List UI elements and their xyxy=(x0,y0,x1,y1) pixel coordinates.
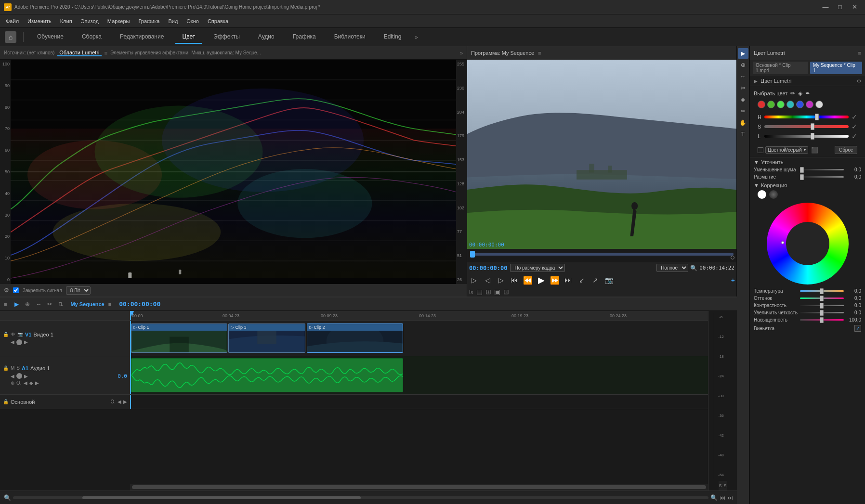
lumetri-color-menu[interactable]: ≡ xyxy=(858,50,861,56)
swatch-magenta[interactable] xyxy=(806,101,813,108)
tab-editing[interactable]: Редактирование xyxy=(113,30,170,44)
a1-keyframe-dot[interactable] xyxy=(16,373,22,379)
pen-select-icon[interactable]: ✒ xyxy=(805,90,810,97)
selection-tool[interactable]: ▶ xyxy=(12,299,21,309)
a1-solo-icon[interactable]: S xyxy=(16,365,20,371)
s-thumb[interactable] xyxy=(811,123,814,130)
white-balance-icon[interactable] xyxy=(758,190,766,199)
refine-title[interactable]: ▼ Уточнить xyxy=(750,157,865,166)
color-wheel-dot[interactable] xyxy=(781,241,784,244)
type-tool-btn[interactable]: T xyxy=(738,129,748,140)
v1-camera-icon[interactable]: 📷 xyxy=(17,332,23,337)
sharpen-slider[interactable] xyxy=(800,312,844,313)
source-tab[interactable]: Источник: (нет клипов) xyxy=(4,50,54,55)
ripple-edit-tool-btn[interactable]: ↔ xyxy=(738,71,748,82)
menu-markers[interactable]: Маркеры xyxy=(104,16,134,26)
contrast-thumb[interactable] xyxy=(820,303,824,309)
toggle-compare-button[interactable]: ▤ xyxy=(476,288,483,296)
swatch-blue[interactable] xyxy=(796,101,804,108)
temp-thumb[interactable] xyxy=(820,288,824,294)
audio-clip-block[interactable] xyxy=(131,358,403,392)
home-button[interactable]: ⌂ xyxy=(5,31,16,43)
menu-help[interactable]: Справка xyxy=(204,16,232,26)
step-forward-button[interactable]: ⏩ xyxy=(550,275,560,285)
lumetri-tab[interactable]: Области Lumetri xyxy=(57,50,101,56)
a1-vol-keyframe[interactable]: ◆ xyxy=(29,380,33,386)
v1-prev-keyframe[interactable]: ◀ xyxy=(11,339,14,345)
step-back-button[interactable]: ⏪ xyxy=(523,275,533,285)
timeline-go-start-btn[interactable]: ⏮ xyxy=(720,494,725,501)
hand-tool-btn[interactable]: ✋ xyxy=(738,117,748,128)
menu-edit[interactable]: Изменить xyxy=(24,16,55,26)
s-slider[interactable] xyxy=(764,125,849,128)
safe-margins-button[interactable]: ⊞ xyxy=(485,288,491,296)
blur-thumb[interactable] xyxy=(800,174,804,180)
sat-thumb[interactable] xyxy=(820,317,824,323)
close-button[interactable]: ✕ xyxy=(848,0,861,14)
vignette-checkbox[interactable]: ✓ xyxy=(854,325,861,332)
master-lock-icon[interactable]: 🔒 xyxy=(3,399,9,404)
timeline-menu-icon[interactable]: ≡ xyxy=(108,301,111,307)
mark-out-button[interactable]: ◁ xyxy=(482,275,493,285)
a1-next-keyframe[interactable]: ▶ xyxy=(24,374,28,379)
tint-thumb[interactable] xyxy=(820,296,824,301)
ripple-edit-tool[interactable]: ↔ xyxy=(34,299,43,309)
a1-mute-icon[interactable]: M xyxy=(11,365,14,371)
menu-file[interactable]: Файл xyxy=(2,16,23,26)
contrast-slider[interactable] xyxy=(800,305,844,306)
tab-graphics[interactable]: Графика xyxy=(286,30,323,44)
clip3-block[interactable]: ▷ Clip 3 xyxy=(228,323,305,353)
bit-select[interactable]: 8 Bit xyxy=(66,286,91,295)
menu-graphics[interactable]: Графика xyxy=(134,16,163,26)
temp-slider[interactable] xyxy=(800,290,844,292)
clip1-block[interactable]: ▷ Clip 1 xyxy=(131,323,227,353)
a1-vol-next[interactable]: ▶ xyxy=(35,380,39,386)
lumetri-expand-icon[interactable]: ▶ xyxy=(754,78,758,84)
razor-tool[interactable]: ✂ xyxy=(45,299,54,309)
clip2-block[interactable]: ▷ Clip 2 xyxy=(307,323,403,353)
correction-title[interactable]: ▼ Коррекция xyxy=(750,181,865,189)
shadow-icon[interactable] xyxy=(769,190,778,199)
timeline-zoom-out-btn[interactable]: 🔍 xyxy=(4,494,11,501)
preview-playhead[interactable] xyxy=(470,251,475,258)
toolbar-more-button[interactable]: » xyxy=(413,32,419,42)
preview-quality-select[interactable]: Полное xyxy=(656,264,688,272)
lock-signal-checkbox[interactable] xyxy=(13,287,19,293)
a1-prev-keyframe[interactable]: ◀ xyxy=(11,374,14,379)
effects-tab[interactable]: Элементы управления эффектами xyxy=(110,50,188,55)
swatch-cyan[interactable] xyxy=(786,101,794,108)
timeline-zoom-in-btn[interactable]: 🔍 xyxy=(710,494,718,501)
overwrite-button[interactable]: ↗ xyxy=(590,275,601,285)
menu-clip[interactable]: Клип xyxy=(56,16,76,26)
swatch-white[interactable] xyxy=(815,101,823,108)
color-gray-settings-icon[interactable]: ⬛ xyxy=(811,147,818,154)
menu-view[interactable]: Вид xyxy=(164,16,182,26)
tint-slider[interactable] xyxy=(800,297,844,299)
settings-icon[interactable]: ⚙ xyxy=(4,287,9,294)
selection-tool-btn[interactable]: ▶ xyxy=(738,48,748,59)
tab-assembly[interactable]: Сборка xyxy=(75,30,108,44)
preview-fit-select[interactable]: По размеру кадра xyxy=(510,264,565,272)
color-gray-select[interactable]: Цветной/серый ▾ xyxy=(765,146,808,154)
color-picker-icon[interactable]: ◈ xyxy=(798,90,802,97)
tab-editing2[interactable]: Editing xyxy=(377,30,408,44)
fx-button[interactable]: fx xyxy=(469,289,473,295)
track-select-tool[interactable]: ⊕ xyxy=(23,299,32,309)
v1-keyframe-dot[interactable] xyxy=(16,339,22,345)
menu-window[interactable]: Окно xyxy=(183,16,203,26)
maximize-button[interactable]: □ xyxy=(833,0,847,14)
eyedropper-icon[interactable]: ✏ xyxy=(790,90,795,97)
a1-expand-icon[interactable]: ⊕ xyxy=(11,380,14,386)
reset-button[interactable]: Сброс xyxy=(835,146,857,154)
master-collapse[interactable]: ◀ xyxy=(118,399,121,404)
zoom-slider-range[interactable] xyxy=(82,496,361,499)
mark-in-button[interactable]: ▷ xyxy=(469,275,479,285)
razor-tool-btn[interactable]: ✂ xyxy=(738,83,748,93)
add-marker-button[interactable]: + xyxy=(731,276,735,284)
color-gray-checkbox[interactable] xyxy=(758,147,763,153)
noise-thumb[interactable] xyxy=(800,167,804,173)
play-button[interactable]: ▶ xyxy=(536,275,547,285)
tab-libraries[interactable]: Библиотеки xyxy=(328,30,372,44)
insert-button[interactable]: ↙ xyxy=(577,275,587,285)
preview-menu-icon[interactable]: ≡ xyxy=(538,50,541,56)
